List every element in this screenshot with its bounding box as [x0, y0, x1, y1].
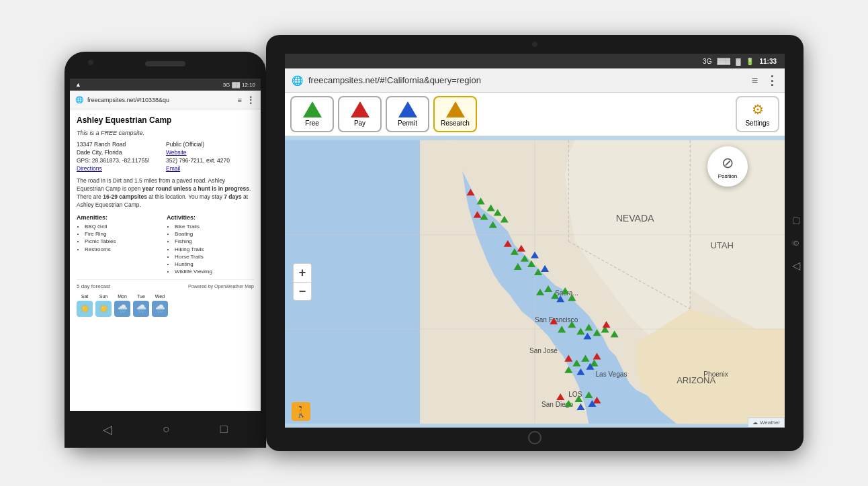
tablet-nav-buttons: □ ○ ◁ [792, 215, 800, 272]
contact-block: Public (Official) Website 352) 796-7211,… [166, 141, 254, 173]
person-icon[interactable]: 🚶 [292, 402, 310, 421]
zoom-out-button[interactable]: − [293, 282, 312, 301]
free-badge: This is a FREE campsite. [77, 129, 254, 138]
campsite-title: Ashley Equestrian Camp [77, 115, 254, 126]
weather-icon-rain1: 🌧️ [114, 301, 130, 317]
free-label: Free [305, 119, 319, 127]
tablet-circle-button[interactable]: ○ [793, 237, 799, 249]
settings-button[interactable]: ⚙ Settings [736, 96, 779, 132]
list-item: Fishing [175, 238, 254, 245]
phone-device: ▲ 3G ▓▓ 12:10 🌐 freecampsites.net/#!1033… [64, 52, 266, 448]
forecast-day-tue: Tue 🌧️ [133, 293, 149, 318]
phone-hamburger-icon[interactable]: ≡ [238, 96, 242, 104]
phone-camera [88, 60, 93, 65]
tablet-dots-icon[interactable]: ⋮ [766, 73, 778, 88]
weather-icon-sun2: ☀️ [95, 301, 112, 317]
forecast-day-wed: Wed 🌧️ [152, 293, 168, 318]
forecast-powered: Powered by OpenWeather Map [188, 283, 254, 290]
day-label: Mon [118, 293, 127, 300]
tablet-wifi-icon: ▓ [736, 58, 740, 65]
phone-battery: ▓▓ [232, 82, 240, 88]
tablet-map[interactable]: NEVADA UTAH ARIZONA Sacra... San Francis… [285, 136, 785, 428]
tablet-back-button[interactable]: ◁ [792, 259, 800, 272]
settings-label: Settings [745, 119, 769, 127]
list-item: Fire Ring [85, 230, 164, 238]
free-triangle-icon [303, 101, 322, 117]
phone-dots-icon[interactable]: ⋮ [246, 95, 255, 105]
tablet-menu-icons: ≡ ⋮ [752, 73, 778, 88]
list-item: Picnic Tables [85, 238, 164, 245]
phone-url-text: freecampsites.net/#!10338&qu [87, 97, 234, 103]
map-zoom-controls: + − [293, 263, 312, 301]
amenities-block: Amenities: BBQ Grill Fire Ring Picnic Ta… [77, 213, 164, 276]
day-label: Tue [137, 293, 145, 300]
tablet-battery-icon: 🔋 [746, 58, 754, 65]
forecast-section: 5 day forecast Powered by OpenWeather Ma… [77, 279, 254, 317]
phone-time: 12:10 [242, 82, 255, 88]
position-button[interactable]: ⊘ Position [707, 146, 748, 187]
research-filter-button[interactable]: Research [433, 96, 477, 132]
weather-icon: ☁ [752, 420, 758, 426]
permit-label: Permit [398, 119, 417, 127]
zoom-in-button[interactable]: + [293, 263, 312, 282]
nevada-label: NEVADA [616, 213, 654, 224]
phone-recent-button[interactable]: □ [220, 422, 228, 436]
weather-badge[interactable]: ☁ Weather [748, 418, 785, 428]
map-svg: NEVADA UTAH ARIZONA Sacra... San Francis… [285, 136, 785, 428]
activities-block: Activities: Bike Trails Boating Fishing … [167, 213, 254, 276]
phone-bottom-nav: ◁ ○ □ [64, 411, 266, 448]
tablet-map-toolbar: Free Pay Permit Research ⚙ Settings [285, 93, 785, 136]
website-link[interactable]: Website [166, 149, 187, 156]
phone-home-button[interactable]: ○ [163, 422, 170, 436]
forecast-day-mon: Mon 🌧️ [114, 293, 130, 318]
free-filter-button[interactable]: Free [290, 96, 334, 132]
tablet-screen: 3G ▓▓▓ ▓ 🔋 11:33 🌐 freecampsites.net/#!C… [285, 54, 785, 428]
phone-speaker [145, 61, 185, 66]
tablet-hamburger-icon[interactable]: ≡ [752, 75, 758, 87]
activities-list: Bike Trails Boating Fishing Hiking Trail… [167, 223, 254, 275]
pay-filter-button[interactable]: Pay [338, 96, 382, 132]
email-link[interactable]: Email [166, 165, 180, 172]
weather-label: Weather [760, 420, 780, 426]
tablet-home-button[interactable] [528, 431, 541, 444]
weather-icon-rain2: 🌧️ [133, 301, 149, 317]
phone-signal: 3G [223, 82, 230, 88]
phone-url-bar[interactable]: 🌐 freecampsites.net/#!10338&qu ≡ ⋮ [70, 91, 261, 109]
phone-info-grid: 13347 Ranch Road Dade City, Florida GPS:… [77, 141, 254, 173]
forecast-day-sun: Sun ☀️ [95, 293, 112, 318]
list-item: Horse Trails [175, 253, 254, 260]
phone-status-left: ▲ [75, 81, 81, 88]
pay-label: Pay [354, 119, 365, 127]
position-label: Position [718, 173, 737, 179]
tablet-square-button[interactable]: □ [793, 215, 799, 227]
list-item: Hunting [175, 260, 254, 268]
city-state: Dade City, Florida [77, 149, 165, 157]
tablet-device: □ ○ ◁ 3G ▓▓▓ ▓ 🔋 11:33 🌐 freecampsites.n… [266, 35, 804, 451]
campsite-type: Public (Official) [166, 141, 254, 149]
forecast-day-sat: Sat ☀️ [77, 293, 93, 318]
tablet-status-bar: 3G ▓▓▓ ▓ 🔋 11:33 [285, 54, 785, 68]
list-item: BBQ Grill [85, 223, 164, 230]
phone-back-button[interactable]: ◁ [103, 422, 112, 437]
gps-coords: GPS: 28.361873, -82.11755/ [77, 157, 165, 165]
position-icon: ⊘ [722, 154, 734, 172]
permit-triangle-icon [398, 101, 417, 117]
forecast-header: 5 day forecast Powered by OpenWeather Ma… [77, 283, 254, 290]
address-block: 13347 Ranch Road Dade City, Florida GPS:… [77, 141, 165, 173]
lasvegas-label: Las Vegas [595, 371, 627, 378]
tablet-signal-bars: ▓▓▓ [717, 58, 730, 64]
phoenix-label: Phoenix [703, 371, 728, 378]
tablet-time: 11:33 [759, 58, 777, 65]
campsite-description: The road in is Dirt and 1.5 miles from a… [77, 177, 254, 209]
amenities-list: BBQ Grill Fire Ring Picnic Tables Restro… [77, 223, 164, 253]
sanjose-label: San José [529, 347, 558, 354]
weather-icon-sun: ☀️ [77, 301, 93, 317]
forecast-days: Sat ☀️ Sun ☀️ Mon 🌧️ Tue 🌧️ [77, 293, 254, 318]
settings-gear-icon: ⚙ [752, 101, 764, 117]
phone-content: Ashley Equestrian Camp This is a FREE ca… [70, 109, 261, 375]
permit-filter-button[interactable]: Permit [386, 96, 429, 132]
tablet-url-bar[interactable]: 🌐 freecampsites.net/#!California&query=r… [285, 68, 785, 93]
research-label: Research [441, 119, 470, 127]
research-triangle-icon [446, 101, 465, 117]
directions-link[interactable]: Directions [77, 165, 102, 172]
